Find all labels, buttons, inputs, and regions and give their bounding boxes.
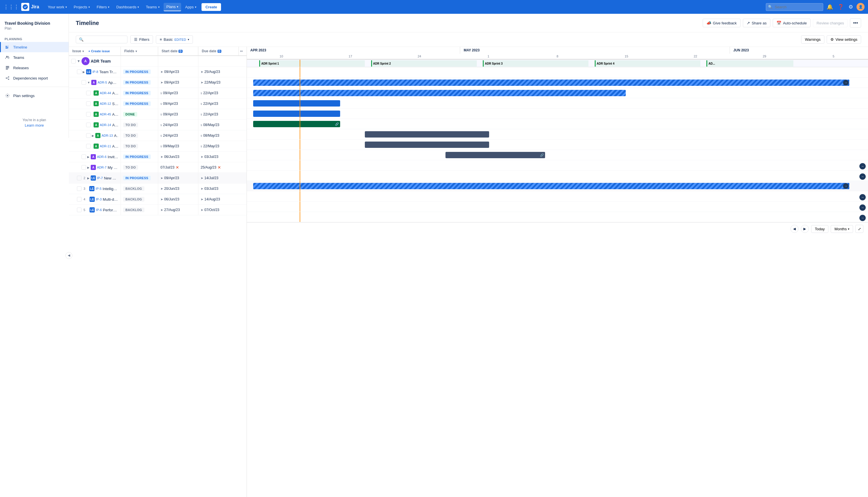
learn-more-link[interactable]: Learn more (4, 123, 64, 127)
start-date: 20/Jun/23 (164, 187, 179, 191)
due-arrow-icon: ➤ (201, 81, 203, 84)
review-changes-button[interactable]: Review changes (813, 19, 848, 27)
expand-icon[interactable]: ▶ (87, 176, 89, 180)
help-icon[interactable]: ❓ (836, 3, 845, 11)
nav-projects[interactable]: Projects ▾ (71, 3, 93, 11)
gantt-date: 24 (385, 54, 454, 59)
issue-id[interactable]: ADR-6 (97, 155, 106, 158)
issue-title: Setup dev and and ... (112, 102, 118, 106)
issue-column-header: Issue ▾ + Create issue (69, 47, 121, 55)
expand-icon[interactable]: ▶ (87, 166, 89, 169)
due-cell (198, 56, 238, 66)
give-feedback-button[interactable]: 📣 Give feedback (703, 19, 740, 27)
row-checkbox[interactable] (86, 112, 91, 116)
grid-icon[interactable]: ⋮⋮⋮ (3, 4, 19, 10)
months-button[interactable]: Months ▾ (831, 225, 853, 233)
clear-date-icon[interactable]: ✕ (218, 165, 221, 170)
sidebar-item-dependencies[interactable]: Dependencies report (0, 73, 69, 83)
row-checkbox[interactable] (86, 133, 91, 138)
today-button[interactable]: Today (811, 225, 829, 233)
nav-teams[interactable]: Teams ▾ (143, 3, 162, 11)
row-checkbox[interactable] (82, 165, 86, 170)
expand-icon[interactable]: ▼ (77, 59, 81, 63)
issue-id[interactable]: ADR-12 (100, 102, 111, 105)
clear-date-icon[interactable]: ✕ (176, 165, 179, 170)
row-checkbox[interactable] (77, 197, 82, 201)
expand-icon[interactable]: ▼ (87, 81, 90, 84)
row-checkbox[interactable] (86, 144, 91, 148)
user-avatar[interactable]: 👤 (856, 3, 865, 11)
create-button[interactable]: Create (202, 3, 221, 11)
nav-apps[interactable]: Apps ▾ (182, 3, 199, 11)
settings-icon[interactable]: ⚙ (847, 3, 854, 11)
chevron-down-icon[interactable]: ▾ (82, 50, 84, 53)
start-arrow-icon: ➤ (160, 208, 163, 212)
fields-label[interactable]: Fields ▾ (124, 49, 155, 53)
filters-button[interactable]: ☰ Filters (130, 35, 153, 44)
gantt-bar (253, 100, 340, 106)
nav-your-work[interactable]: Your work ▾ (45, 3, 70, 11)
chevron-down-icon: ▾ (135, 50, 137, 53)
sidebar: Travel Booking Division Plan PLANNING Ti… (0, 14, 69, 138)
sidebar-item-plan-settings[interactable]: Plan settings (0, 90, 69, 101)
timeline-search[interactable]: 🔍 (76, 36, 128, 43)
nav-dashboards[interactable]: Dashboards ▾ (113, 3, 142, 11)
share-as-button[interactable]: ↗ Share as (743, 19, 770, 27)
nav-plans[interactable]: Plans ▾ (164, 3, 182, 11)
status-badge: TO DO (123, 144, 138, 148)
resize-handle[interactable]: ⇔ (238, 47, 247, 55)
issue-id[interactable]: IP-6 (96, 208, 102, 212)
row-checkbox[interactable] (71, 59, 76, 63)
sidebar-item-teams[interactable]: Teams (0, 52, 69, 62)
due-date: 22/May/23 (204, 81, 220, 84)
expand-icon[interactable]: ▶ (87, 155, 89, 158)
gantt-prev-button[interactable]: ◀ (791, 225, 798, 233)
due-date: 14/Aug/23 (204, 197, 220, 201)
nav-filters[interactable]: Filters ▾ (94, 3, 112, 11)
issue-id[interactable]: ADR-11 (100, 144, 111, 148)
row-checkbox[interactable] (86, 91, 91, 95)
expand-icon[interactable]: ▶ (83, 70, 85, 73)
expand-full-button[interactable]: ⤢ (855, 225, 864, 233)
due-arrow-icon: ➤ (201, 155, 203, 159)
gantt-bar (253, 90, 626, 96)
issue-id[interactable]: ADR-13 (102, 134, 113, 137)
row-checkbox[interactable] (77, 186, 82, 191)
issue-id[interactable]: IP-5 (96, 187, 101, 190)
issue-cell: ▶ LE IP-8 Team Travel Mobile Apps (69, 67, 121, 77)
row-checkbox[interactable] (77, 176, 82, 180)
jira-logo[interactable]: Jira (21, 3, 39, 11)
gantt-row (247, 109, 868, 119)
start-cell: ➤ 09/Apr/23 (158, 67, 198, 77)
settings-icon (4, 93, 10, 99)
due-date: 03/Jul/23 (204, 187, 218, 191)
issue-id[interactable]: ADR-45 (100, 113, 111, 116)
search-input[interactable] (766, 3, 823, 11)
sidebar-collapse-button[interactable]: ◀ (66, 252, 72, 259)
issue-id[interactable]: IP-8 (92, 70, 98, 73)
basic-button[interactable]: ≡ Basic EDITED ▾ (156, 35, 193, 44)
row-checkbox[interactable] (77, 70, 82, 74)
warnings-button[interactable]: Warnings (801, 35, 824, 44)
auto-schedule-button[interactable]: 📅 Auto-schedule (773, 19, 811, 27)
row-checkbox[interactable] (82, 155, 86, 159)
gantt-next-button[interactable]: ▶ (801, 225, 809, 233)
issue-id[interactable]: ADR-14 (100, 123, 111, 127)
issue-id[interactable]: IP-7 (97, 176, 103, 180)
view-settings-button[interactable]: ⚙ View settings (827, 35, 861, 44)
row-checkbox[interactable] (77, 208, 82, 212)
row-checkbox[interactable] (82, 80, 86, 85)
row-checkbox[interactable] (86, 101, 91, 106)
issue-id[interactable]: ADR-7 (97, 166, 106, 169)
sidebar-item-timeline[interactable]: Timeline (0, 42, 69, 52)
notifications-icon[interactable]: 🔔 (825, 3, 834, 11)
more-options-button[interactable]: ••• (850, 18, 861, 28)
sidebar-item-releases[interactable]: Releases (0, 62, 69, 73)
row-checkbox[interactable] (86, 123, 91, 127)
create-issue-btn[interactable]: + Create issue (88, 49, 110, 53)
timeline-search-input[interactable] (85, 38, 120, 42)
expand-icon[interactable]: ▶ (92, 134, 94, 137)
issue-id[interactable]: IP-3 (96, 198, 102, 201)
issue-id[interactable]: ADR-44 (100, 91, 111, 95)
issue-id[interactable]: ADR-5 (98, 81, 107, 84)
